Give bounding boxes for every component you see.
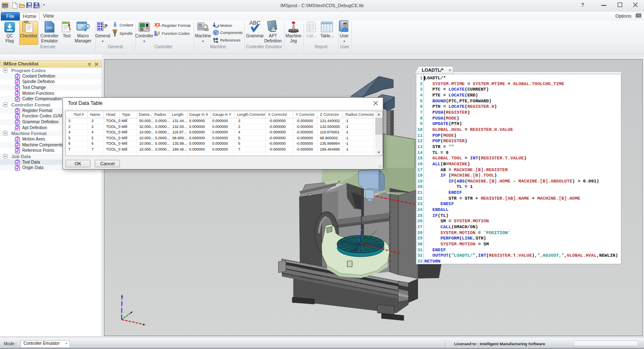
svg-text:ABC: ABC xyxy=(249,20,261,26)
svg-text:IMS: IMS xyxy=(637,14,641,17)
svg-text:m: m xyxy=(154,33,158,36)
svg-text:X3.: X3. xyxy=(154,22,161,27)
svg-text:ISO: ISO xyxy=(46,26,52,30)
